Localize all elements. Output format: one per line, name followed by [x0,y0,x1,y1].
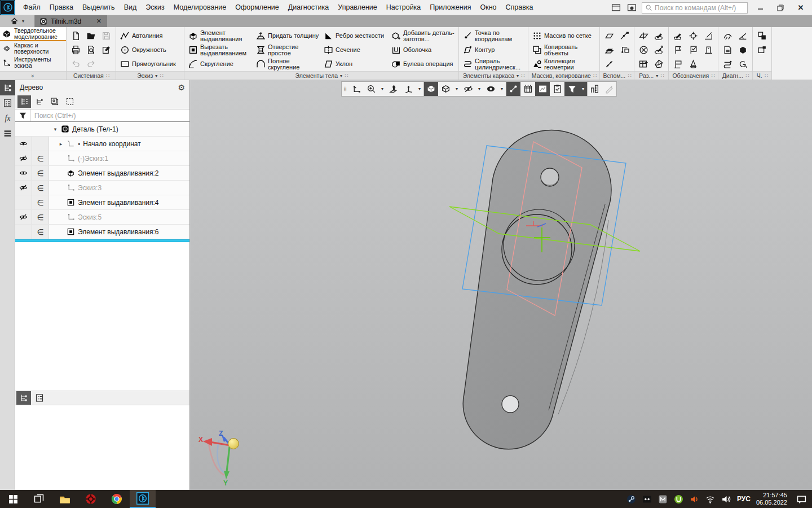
strip-button-tree-structure[interactable] [0,80,15,95]
taskbar-clock[interactable]: 21:57:4506.05.2022 [756,492,787,506]
ribbon-icon-button-diag-spiral[interactable] [721,57,735,71]
ribbon-button-автолиния[interactable]: Автолиния [118,29,182,43]
ribbon-button-отверстие-простое[interactable]: Отверстие простое [254,43,321,57]
tree-item[interactable]: ▸●Начало координат [15,137,189,151]
tree-toolbar-relations[interactable] [48,95,61,108]
menu-Файл[interactable]: Файл [19,1,45,14]
ribbon-icon-button-diag-sheet[interactable] [721,43,735,57]
part-top-hole[interactable] [541,168,559,186]
tree-item[interactable]: ∈Эскиз:3 [15,181,189,195]
viewport-vp-measure-button[interactable] [587,82,602,96]
ribbon-icon-button-printer[interactable] [69,43,83,57]
taskbar-app-explorer[interactable] [52,490,78,508]
mode-item-2[interactable]: Каркас и поверхности [0,41,66,55]
visibility-on-icon[interactable] [15,137,32,151]
viewport-vp-cube-wire-dropdown[interactable]: ▾ [453,82,461,96]
ribbon-button-полное-скругление[interactable]: Полное скругление [254,57,321,71]
ribbon-icon-button-ch-window[interactable] [755,43,769,57]
ribbon-icon-button-diag-g[interactable] [736,57,750,71]
menu-Моделирование[interactable]: Моделирование [169,1,231,14]
ribbon-icon-button-pen-oval2[interactable] [652,43,666,57]
taskbar-app-kompas[interactable] [130,490,156,508]
ribbon-icon-button-split-table[interactable] [637,57,651,71]
visibility-off-icon[interactable] [15,181,32,195]
ribbon-button-массив-по-сетке[interactable]: Массив по сетке [531,29,597,43]
tree-toolbar-marquee[interactable] [63,95,77,108]
tree-search-input[interactable] [31,110,189,121]
group-dropdown-icon[interactable]: ▾ [155,73,157,78]
ribbon-button-окружность[interactable]: Окружность [118,43,182,57]
group-grip-icon[interactable]: ∷ [660,73,663,78]
viewport-vp-sketch-button[interactable] [349,82,364,96]
tree-item[interactable]: ∈Элемент выдавливания:2 [15,166,189,181]
menu-Настройка[interactable]: Настройка [382,1,426,14]
ribbon-button-ребро-жесткости[interactable]: Ребро жесткости [322,29,389,43]
ribbon-icon-button-prism[interactable] [652,57,666,71]
ribbon-button-скругление[interactable]: Скругление [187,57,253,71]
group-grip-icon[interactable]: ∷ [106,73,109,78]
viewport-vp-cube-wire-button[interactable] [438,82,453,96]
gear-icon[interactable]: ⚙ [178,83,185,92]
tray-volume-icon[interactable] [721,494,731,504]
ribbon-button-уклон[interactable]: Уклон [322,57,389,71]
ribbon-icon-button-pen-oval[interactable] [652,29,666,43]
group-dropdown-icon[interactable]: ▾ [517,73,519,78]
menu-Диагностика[interactable]: Диагностика [284,1,333,14]
tree-item-content[interactable]: ▸●Начало координат [49,137,189,151]
home-button[interactable]: ▾ [0,15,35,27]
tree-item-content[interactable]: Элемент выдавливания:4 [49,195,189,209]
tree-item[interactable]: ∈Эскиз:5 [15,210,189,225]
notification-center-icon[interactable] [796,494,806,504]
ribbon-icon-button-split-x[interactable] [637,43,651,57]
viewport-vp-texture-button[interactable] [535,82,550,96]
viewport-vp-triad-dropdown[interactable]: ▾ [416,82,423,96]
ribbon-icon-button-aux-lcs[interactable] [617,43,632,57]
viewport-vp-hide-dropdown[interactable]: ▾ [475,82,483,96]
group-dropdown-icon[interactable]: ▾ [340,73,342,78]
ribbon-icon-button-folder-open[interactable] [84,29,98,43]
tray-steam-icon[interactable] [626,494,637,504]
tree-item[interactable]: ∈Элемент выдавливания:6 [15,225,189,239]
visibility-on-icon[interactable] [15,166,32,180]
viewport-vp-zoom-dropdown[interactable]: ▾ [378,82,386,96]
menu-Управление[interactable]: Управление [333,1,382,14]
strip-button-params-list[interactable] [0,95,15,111]
ribbon-icon-button-doc-new[interactable] [69,29,83,43]
ribbon-icon-button-note-corner[interactable] [701,29,716,43]
ribbon-button-оболочка[interactable]: Оболочка [390,43,456,57]
taskbar-app-chrome[interactable] [104,490,130,508]
menu-Эскиз[interactable]: Эскиз [141,1,169,14]
menu-Вид[interactable]: Вид [120,1,142,14]
tree-item-content[interactable]: Элемент выдавливания:6 [49,225,189,239]
strip-button-hamburger[interactable] [0,126,15,141]
viewport-vp-cube-shaded-button[interactable] [423,82,438,96]
taskbar-app-task-view[interactable] [26,490,52,508]
ribbon-button-коллекция-геометрии[interactable]: Коллекция геометрии [531,57,597,71]
panel-bottom-tab-tree-structure[interactable] [16,391,31,405]
tray-orange-speaker-icon[interactable] [690,494,700,504]
group-grip-icon[interactable]: ∷ [711,73,714,78]
ribbon-button-прямоугольник[interactable]: Прямоугольник [118,57,182,71]
tree-toolbar-tree-plain[interactable] [33,95,46,108]
tree-item-content[interactable]: (-)Эскиз:1 [49,151,189,165]
menu-Приложения[interactable]: Приложения [425,1,475,14]
ribbon-button-булева-операция[interactable]: Булева операция [390,57,456,71]
menu-Выделить[interactable]: Выделить [78,1,120,14]
viewport-vp-snap-button[interactable] [506,82,520,96]
group-grip-icon[interactable]: ∷ [160,73,162,78]
ribbon-button-сечение[interactable]: Сечение [322,43,389,57]
viewport-vp-appearance-button[interactable] [483,82,498,96]
ribbon-icon-button-split-plane[interactable] [637,29,651,43]
tab-close-icon[interactable]: ✕ [95,17,103,25]
ribbon-button-вырезать-выдавливанием[interactable]: Вырезать выдавливанием [187,43,253,57]
viewport-vp-clipboard-button[interactable] [550,82,564,96]
viewport-vp-grid-button[interactable] [520,82,535,96]
tree-toolbar-tree-numbered[interactable] [17,95,31,108]
ribbon-button-добавить-деталь-заготов-[interactable]: Добавить деталь-заготов... [390,29,456,43]
viewport-vp-appearance-dropdown[interactable]: ▾ [498,82,506,96]
ribbon-button-копировать-объекты[interactable]: Копировать объекты [531,43,597,57]
maximize-button[interactable] [773,1,788,15]
viewport-vp-filter-dropdown[interactable]: ▾ [579,82,587,96]
group-dropdown-icon[interactable]: ▾ [656,73,658,78]
ribbon-button-контур[interactable]: Контур [461,43,526,57]
